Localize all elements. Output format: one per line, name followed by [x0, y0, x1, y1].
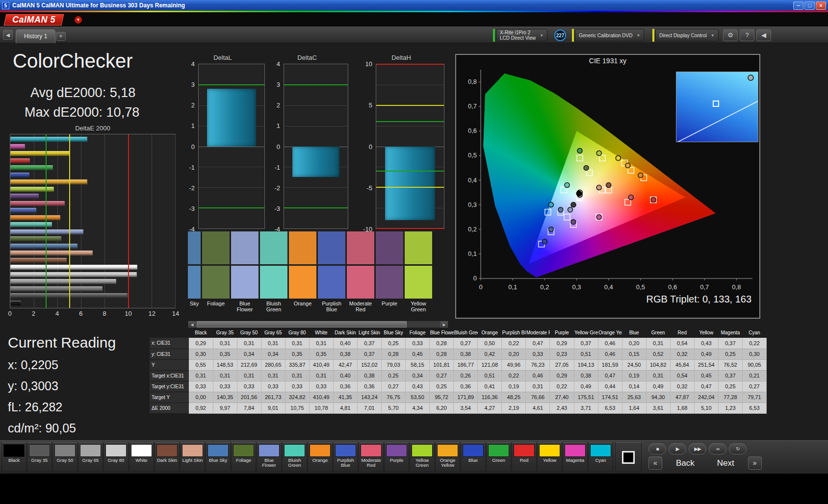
loop-button[interactable]: ↻	[729, 443, 747, 454]
patch-button-yellow-green[interactable]: Yellow Green	[410, 442, 435, 472]
patch-label: Blue	[461, 457, 485, 463]
table-cell: 0,38	[574, 370, 598, 381]
patch-button-white[interactable]: White	[129, 442, 154, 472]
patch-button-green[interactable]: Green	[486, 442, 511, 472]
table-cell: 0,31	[237, 338, 261, 349]
patch-button-yellow[interactable]: Yellow	[537, 442, 562, 472]
add-tab-button[interactable]: +	[56, 32, 66, 41]
reference-line-yellow	[376, 105, 444, 106]
table-cell: 0,33	[309, 381, 333, 392]
patch-button-foliage[interactable]: Foliage	[231, 442, 256, 472]
reference-line-green	[199, 84, 264, 85]
swatch-column-moderate-red: Moderate Red	[347, 231, 374, 320]
patch-button-gray-50[interactable]: Gray 50	[52, 442, 78, 472]
table-cell: 48,25	[502, 392, 526, 403]
pattern-source-dropdown[interactable]: Generic Calibration DVD ▼	[572, 29, 644, 42]
reference-line-red	[376, 228, 444, 229]
column-header-blue-sky: Blue Sky	[382, 328, 406, 338]
cie-panel: CIE 1931 xy 000,10,10,20,20,30,30,40,40,…	[455, 54, 760, 319]
tab-bar: ◀ History 1 + X-Rite i1Pro 2 LCD Direct …	[0, 26, 828, 43]
tab-history-1[interactable]: History 1	[16, 29, 55, 44]
patch-button-gray-35[interactable]: Gray 35	[27, 442, 52, 472]
patch-button-red[interactable]: Red	[512, 442, 537, 472]
back-button[interactable]: Back	[667, 456, 703, 470]
table-cell: 0,51	[478, 370, 502, 381]
patch-button-bluish-green[interactable]: Bluish Green	[282, 442, 307, 472]
patch-button-light-skin[interactable]: Light Skin	[180, 442, 205, 472]
patch-button-gray-80[interactable]: Gray 80	[104, 442, 129, 472]
patch-button-moderate-red[interactable]: Moderate Red	[359, 442, 384, 472]
play-button[interactable]: ▶	[669, 443, 686, 454]
target-swatch	[405, 231, 432, 264]
table-cell: 0,31	[646, 338, 670, 349]
swatch-label: Sky	[188, 301, 201, 306]
minimize-button[interactable]: –	[793, 1, 803, 10]
inset-measured-marker	[748, 75, 754, 81]
scroll-right-icon[interactable]: ▶	[440, 321, 448, 328]
gridline	[199, 187, 264, 188]
patch-swatch	[514, 444, 535, 457]
maximize-button[interactable]: □	[804, 1, 815, 10]
ambient-reading-badge[interactable]: 227	[554, 29, 566, 41]
patch-label: Yellow Green	[410, 457, 434, 468]
help-icon[interactable]: ?	[740, 29, 754, 41]
pattern-window-button[interactable]	[615, 442, 642, 472]
table-cell: 10,75	[285, 403, 309, 413]
display-status-indicator	[652, 29, 654, 42]
swatch-label: Orange	[289, 301, 316, 306]
stop-button[interactable]: ■	[648, 443, 666, 454]
table-cell: 0,35	[213, 349, 237, 359]
patch-button-orange[interactable]: Orange	[308, 442, 333, 472]
patch-label: Moderate Red	[359, 457, 383, 468]
meter-dropdown[interactable]: X-Rite i1Pro 2 LCD Direct View ▼	[493, 29, 547, 42]
gear-icon[interactable]: ⚙	[723, 29, 738, 41]
table-cell: 0,45	[694, 370, 718, 381]
patch-button-blue[interactable]: Blue	[461, 442, 486, 472]
deltae-bar-row	[10, 300, 175, 307]
collapse-right-icon[interactable]: ◀	[756, 29, 771, 41]
patch-button-purplish-blue[interactable]: Purplish Blue	[333, 442, 358, 472]
scrollbar-thumb[interactable]	[197, 321, 407, 328]
collapse-left-icon[interactable]: ◀	[3, 30, 13, 40]
scroll-left-icon[interactable]: ◀	[188, 321, 196, 328]
table-cell: 0,19	[502, 381, 526, 392]
measured-swatch	[231, 266, 259, 299]
cie-x-tick-label: 0	[479, 283, 482, 291]
patch-button-blue-sky[interactable]: Blue Sky	[206, 442, 231, 472]
column-header-dark-skin: Dark Skin	[333, 328, 357, 338]
step-button[interactable]: ▶▶	[689, 443, 706, 454]
cie-y-tick-label: 0,4	[468, 176, 477, 184]
patch-button-orange-yellow[interactable]: Orange Yellow	[435, 442, 460, 472]
patch-label: Dark Skin	[155, 457, 179, 463]
cie-x-tick-label: 0,6	[668, 283, 677, 291]
continuous-button[interactable]: ∞	[709, 443, 726, 454]
deltae-bar-dark-skin	[10, 258, 67, 263]
logo-menu-caret-icon[interactable]: ▼	[75, 16, 82, 24]
next-button[interactable]: Next	[708, 456, 743, 470]
patch-swatch	[3, 444, 25, 457]
next-chevron-icon[interactable]: »	[748, 456, 762, 470]
table-cell: 0,49	[694, 349, 718, 359]
table-cell: 7,01	[357, 403, 381, 413]
patch-buttons: BlackGray 35Gray 50Gray 65Gray 80WhiteDa…	[1, 442, 614, 472]
swatch-scrollbar[interactable]: ◀ ▶	[188, 321, 448, 328]
row-label: x: CIE31	[150, 338, 189, 349]
patch-button-cyan[interactable]: Cyan	[588, 442, 613, 472]
patch-label: Gray 65	[78, 457, 103, 463]
close-button[interactable]: ×	[816, 1, 826, 10]
patch-button-blue-flower[interactable]: Blue Flower	[257, 442, 282, 472]
axis-tick-label: -1	[189, 163, 195, 171]
back-chevron-icon[interactable]: «	[648, 456, 662, 470]
patch-button-black[interactable]: Black	[1, 442, 26, 472]
pattern-source-label: Generic Calibration DVD	[579, 33, 633, 38]
patch-button-purple[interactable]: Purple	[384, 442, 409, 472]
deltae-bar-light-skin	[10, 251, 93, 255]
patch-label: Purple	[385, 457, 409, 463]
axis-tick-label: -3	[274, 204, 280, 212]
patch-button-dark-skin[interactable]: Dark Skin	[155, 442, 180, 472]
patch-button-magenta[interactable]: Magenta	[563, 442, 588, 472]
patch-button-gray-65[interactable]: Gray 65	[78, 442, 103, 472]
logo-text: CalMAN 5	[12, 15, 55, 25]
display-control-dropdown[interactable]: Direct Display Control ▼	[652, 29, 719, 42]
cie-measured-marker-orange-yellow	[625, 163, 630, 168]
